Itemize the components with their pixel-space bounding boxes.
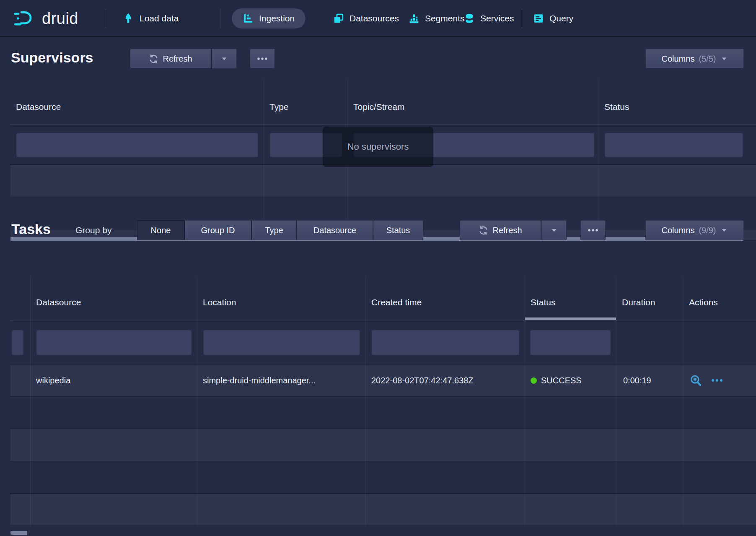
nav-item-services[interactable]: Services	[464, 0, 514, 37]
bar-chart-icon	[409, 13, 419, 24]
caret-down-icon	[550, 226, 558, 234]
refresh-button[interactable]: Refresh	[460, 220, 541, 240]
nav-label: Datasources	[350, 13, 399, 23]
tasks-more-button[interactable]	[580, 220, 606, 240]
nav-item-query[interactable]: Query	[533, 0, 573, 37]
task-detail-magnifier-icon[interactable]	[689, 374, 702, 387]
caret-down-icon	[220, 55, 228, 62]
supervisors-more-button[interactable]	[250, 49, 275, 69]
group-by-group-id-button[interactable]: Group ID	[184, 220, 251, 240]
group-by-type-button[interactable]: Type	[251, 220, 297, 240]
task-row-wikipedia[interactable]: wikipedia simple-druid-middlemanager... …	[10, 364, 756, 397]
nav-item-ingestion[interactable]: Ingestion	[232, 8, 306, 29]
tasks-header-row: Datasource Location Created time Status …	[10, 277, 756, 320]
nav-item-load-data[interactable]: Load data	[122, 0, 179, 37]
tasks-columns-button[interactable]: Columns (9/9)	[645, 220, 744, 240]
columns-count: (5/5)	[699, 54, 716, 64]
nav-label: Segments	[425, 13, 465, 23]
more-dots-icon	[257, 57, 268, 60]
supervisors-header-row: Datasource Type Topic/Stream Status	[10, 80, 756, 125]
table-row	[10, 429, 756, 461]
nav-item-segments[interactable]: Segments	[409, 0, 465, 37]
status-success-dot	[531, 377, 537, 384]
columns-count: (9/9)	[699, 226, 716, 235]
columns-label: Columns	[661, 226, 694, 235]
task-actions	[684, 364, 756, 396]
columns-label: Columns	[661, 54, 694, 64]
nav-divider	[522, 9, 522, 28]
tasks-title: Tasks	[11, 221, 51, 237]
supervisors-title: Supervisors	[11, 49, 93, 66]
column-header-type[interactable]: Type	[264, 80, 348, 125]
druid-logo-icon	[13, 9, 37, 28]
refresh-interval-caret-button[interactable]	[541, 220, 567, 240]
location-filter-input[interactable]	[203, 330, 360, 355]
nav-divider	[220, 9, 220, 28]
refresh-interval-caret-button[interactable]	[211, 49, 237, 69]
more-dots-icon	[588, 229, 598, 232]
nav-divider	[106, 9, 106, 28]
nav-label: Load data	[140, 13, 179, 23]
upload-icon	[122, 13, 134, 24]
no-supervisors-message: No supervisors	[347, 141, 409, 152]
task-duration: 0:00:19	[616, 364, 684, 396]
druid-console: druid Load data Ingestion Datasources	[0, 0, 756, 536]
table-row	[10, 397, 756, 429]
column-header-created-time[interactable]: Created time	[366, 277, 525, 320]
tasks-filter-row	[10, 320, 756, 364]
status-text: SUCCESS	[541, 376, 582, 385]
status-filter-input[interactable]	[605, 133, 743, 157]
column-header-location[interactable]: Location	[197, 277, 366, 320]
brand-text: druid	[42, 10, 78, 28]
druid-logo[interactable]: druid	[13, 0, 78, 37]
column-header-partial[interactable]	[10, 277, 31, 320]
tasks-refresh-split: Refresh	[460, 220, 567, 240]
column-header-datasource[interactable]: Datasource	[10, 80, 264, 125]
group-by-status-button[interactable]: Status	[373, 220, 423, 240]
database-icon	[464, 13, 475, 24]
gantt-chart-icon	[243, 13, 254, 24]
group-by-label: Group by	[75, 225, 111, 235]
task-location: simple-druid-middlemanager...	[197, 364, 366, 396]
task-id-filter-input[interactable]	[12, 330, 23, 355]
supervisors-refresh-split: Refresh	[130, 49, 237, 69]
nav-label: Query	[549, 13, 573, 23]
supervisors-columns-button[interactable]: Columns (5/5)	[645, 49, 744, 69]
column-header-duration[interactable]: Duration	[616, 277, 684, 320]
group-by-button-group: None Group ID Type Datasource Status	[137, 220, 423, 240]
task-status: SUCCESS	[525, 364, 616, 396]
no-supervisors-overlay: No supervisors	[323, 127, 433, 167]
nav-item-datasources[interactable]: Datasources	[333, 0, 399, 37]
refresh-button[interactable]: Refresh	[130, 49, 211, 69]
nav-label: Services	[480, 13, 514, 23]
task-created-time: 2022-08-02T07:42:47.638Z	[366, 364, 525, 396]
refresh-label: Refresh	[163, 54, 192, 64]
tasks-horizontal-scrollbar[interactable]	[10, 531, 27, 535]
refresh-icon	[149, 54, 158, 64]
column-header-status[interactable]: Status	[599, 80, 756, 125]
table-row	[10, 461, 756, 494]
column-header-status[interactable]: Status	[525, 277, 616, 320]
caret-down-icon	[720, 55, 728, 62]
task-datasource: wikipedia	[31, 364, 197, 396]
table-row	[10, 165, 756, 197]
group-by-datasource-button[interactable]: Datasource	[297, 220, 373, 240]
task-more-actions-icon[interactable]	[711, 378, 723, 382]
nav-label: Ingestion	[259, 13, 295, 23]
table-row	[10, 494, 756, 526]
status-filter-input[interactable]	[530, 330, 611, 355]
refresh-label: Refresh	[492, 226, 522, 235]
tasks-table: Datasource Location Created time Status …	[10, 277, 756, 526]
caret-down-icon	[720, 226, 728, 234]
group-by-none-button[interactable]: None	[137, 220, 184, 240]
created-time-filter-input[interactable]	[372, 330, 519, 355]
query-document-icon	[533, 13, 544, 24]
refresh-icon	[479, 226, 488, 235]
column-header-datasource[interactable]: Datasource	[31, 277, 197, 320]
top-nav: druid Load data Ingestion Datasources	[0, 0, 756, 37]
column-header-topic-stream[interactable]: Topic/Stream	[348, 80, 599, 125]
column-header-actions[interactable]: Actions	[684, 277, 756, 320]
datasource-filter-input[interactable]	[36, 330, 192, 355]
datasource-filter-input[interactable]	[16, 133, 258, 157]
layers-icon	[333, 13, 344, 24]
